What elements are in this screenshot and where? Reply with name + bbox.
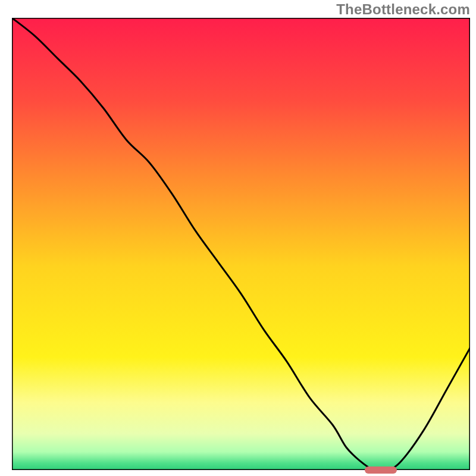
chart-highlight-marker: [365, 466, 397, 474]
chart-plot-area: [12, 18, 470, 470]
chart-container: TheBottleneck.com: [0, 0, 476, 476]
chart-background: [12, 18, 470, 470]
watermark-text: TheBottleneck.com: [336, 1, 470, 18]
chart-svg: [12, 18, 470, 470]
